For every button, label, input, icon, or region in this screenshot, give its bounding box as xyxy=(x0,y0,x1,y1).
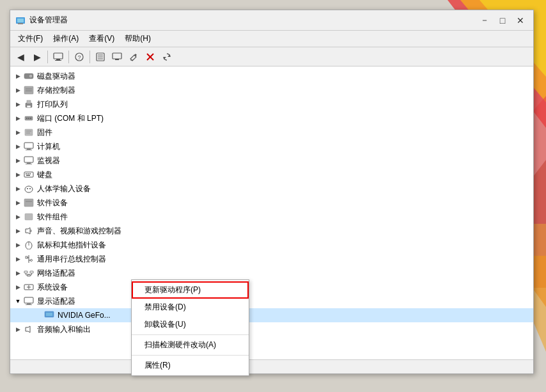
svg-rect-12 xyxy=(56,59,60,60)
tree-item-computer[interactable]: ▶ 计算机 xyxy=(10,139,533,153)
properties-button[interactable] xyxy=(93,49,108,65)
tree-item-system[interactable]: ▶ 系统设备 xyxy=(10,280,533,294)
remove-button[interactable] xyxy=(143,49,158,65)
svg-rect-40 xyxy=(25,129,33,136)
svg-point-54 xyxy=(25,186,33,192)
ctx-update-driver[interactable]: 更新驱动程序(P) xyxy=(132,281,249,299)
expand-arrow: ▶ xyxy=(13,127,23,137)
tree-item-firmware[interactable]: ▶ 固件 xyxy=(10,125,533,139)
back-button[interactable]: ◀ xyxy=(13,49,28,65)
tree-item-print[interactable]: ▶ 打印队列 xyxy=(10,97,533,111)
svg-rect-49 xyxy=(24,172,33,177)
ctx-properties[interactable]: 属性(R) xyxy=(132,357,249,374)
toolbar-separator-3 xyxy=(90,51,90,63)
svg-rect-11 xyxy=(54,53,63,59)
help-button[interactable]: ? xyxy=(72,49,87,65)
expand-arrow: ▶ xyxy=(13,169,23,180)
port-icon xyxy=(23,113,35,124)
computer-button[interactable] xyxy=(51,49,66,65)
audio-icon xyxy=(23,225,35,237)
tree-item-softdev[interactable]: ▶ 软件设备 xyxy=(10,196,533,210)
expand-arrow: ▶ xyxy=(13,71,23,81)
menu-help[interactable]: 帮助(H) xyxy=(120,32,156,45)
svg-rect-43 xyxy=(24,143,33,148)
tree-item-display[interactable]: ▼ 显示适配器 xyxy=(10,294,533,308)
close-button[interactable]: ✕ xyxy=(513,13,528,28)
svg-rect-10 xyxy=(18,23,23,24)
expand-arrow: ▶ xyxy=(13,254,23,264)
computer-label: 计算机 xyxy=(37,141,60,152)
content-area: ▶ 磁盘驱动器 ▶ 存储控制器 ▶ 打印队列 xyxy=(10,67,533,359)
network-label: 网络适配器 xyxy=(37,268,75,279)
expand-arrow: ▶ xyxy=(13,113,23,123)
tree-item-monitor[interactable]: ▶ 监视器 xyxy=(10,153,533,168)
expand-arrow: ▶ xyxy=(13,268,23,278)
svg-rect-50 xyxy=(26,173,27,175)
device-manager-window: 设备管理器 － □ ✕ 文件(F) 操作(A) 查看(V) 帮助(H) ◀ ▶ … xyxy=(10,10,534,374)
svg-rect-53 xyxy=(26,175,30,176)
expand-arrow: ▶ xyxy=(13,212,23,222)
menu-view[interactable]: 查看(V) xyxy=(84,32,120,45)
svg-point-38 xyxy=(28,118,29,119)
svg-rect-59 xyxy=(25,214,33,220)
tree-item-nvidia[interactable]: ▶ NVIDIA GeFo... xyxy=(10,308,533,322)
ctx-uninstall-device[interactable]: 卸载设备(U) xyxy=(132,316,249,333)
expand-arrow: ▶ xyxy=(13,226,23,236)
ctx-scan-hardware[interactable]: 扫描检测硬件改动(A) xyxy=(132,336,249,354)
minimize-button[interactable]: － xyxy=(477,13,492,28)
device-tree[interactable]: ▶ 磁盘驱动器 ▶ 存储控制器 ▶ 打印队列 xyxy=(10,67,533,359)
firmware-label: 固件 xyxy=(37,127,52,138)
edit-button[interactable] xyxy=(126,49,141,65)
storage-label: 存储控制器 xyxy=(37,85,75,96)
tree-item-hid[interactable]: ▶ 人体学输入设备 xyxy=(10,182,533,196)
ctx-disable-device[interactable]: 禁用设备(D) xyxy=(132,299,249,316)
title-bar: 设备管理器 － □ ✕ xyxy=(10,10,533,31)
expand-arrow: ▶ xyxy=(13,184,23,194)
menu-file[interactable]: 文件(F) xyxy=(13,32,48,45)
tree-item-keyboard[interactable]: ▶ 键盘 xyxy=(10,168,533,182)
show-button[interactable] xyxy=(109,49,125,65)
svg-rect-35 xyxy=(27,106,31,107)
tree-item-softcomp[interactable]: ▶ 软件组件 xyxy=(10,210,533,224)
svg-rect-48 xyxy=(26,164,32,164)
softdev-icon xyxy=(23,197,35,208)
expand-arrow: ▶ xyxy=(13,282,23,292)
tree-item-network[interactable]: ▶ 网络适配器 xyxy=(10,266,533,280)
svg-point-56 xyxy=(29,188,31,189)
softcomp-label: 软件组件 xyxy=(37,212,68,223)
storage-icon xyxy=(23,84,35,96)
menu-action[interactable]: 操作(A) xyxy=(48,32,84,45)
refresh-button[interactable] xyxy=(159,49,175,65)
print-label: 打印队列 xyxy=(37,99,68,110)
svg-rect-51 xyxy=(27,173,29,175)
monitor-label: 监视器 xyxy=(37,155,60,166)
svg-rect-69 xyxy=(30,271,33,273)
mouse-icon xyxy=(23,239,35,251)
svg-rect-57 xyxy=(24,199,33,207)
expand-arrow: ▼ xyxy=(13,296,23,306)
tree-item-mouse[interactable]: ▶ 鼠标和其他指针设备 xyxy=(10,238,533,252)
softcomp-icon xyxy=(23,211,35,223)
system-label: 系统设备 xyxy=(37,282,68,293)
status-bar xyxy=(10,359,533,373)
tree-item-disk[interactable]: ▶ 磁盘驱动器 xyxy=(10,69,533,83)
system-icon xyxy=(23,281,35,293)
tree-item-storage[interactable]: ▶ 存储控制器 xyxy=(10,83,533,97)
expand-arrow: ▶ xyxy=(13,99,23,109)
tree-item-usb[interactable]: ▶ 通用串行总线控制器 xyxy=(10,252,533,266)
tree-item-port[interactable]: ▶ 端口 (COM 和 LPT) xyxy=(10,111,533,125)
window-icon xyxy=(15,15,26,26)
audio-label: 声音、视频和游戏控制器 xyxy=(37,226,121,237)
svg-rect-9 xyxy=(17,19,24,22)
tree-item-audio[interactable]: ▶ 声音、视频和游戏控制器 xyxy=(10,224,533,238)
toolbar-separator-2 xyxy=(68,51,69,63)
svg-rect-76 xyxy=(24,297,33,303)
forward-button[interactable]: ▶ xyxy=(29,49,45,65)
svg-rect-20 xyxy=(113,53,121,59)
svg-rect-78 xyxy=(26,304,32,305)
display-label: 显示适配器 xyxy=(37,296,75,307)
audioinput-icon xyxy=(23,324,35,335)
maximize-button[interactable]: □ xyxy=(495,13,510,28)
tree-item-audioinput[interactable]: ▶ 音频输入和输出 xyxy=(10,322,533,336)
svg-rect-30 xyxy=(24,86,33,94)
